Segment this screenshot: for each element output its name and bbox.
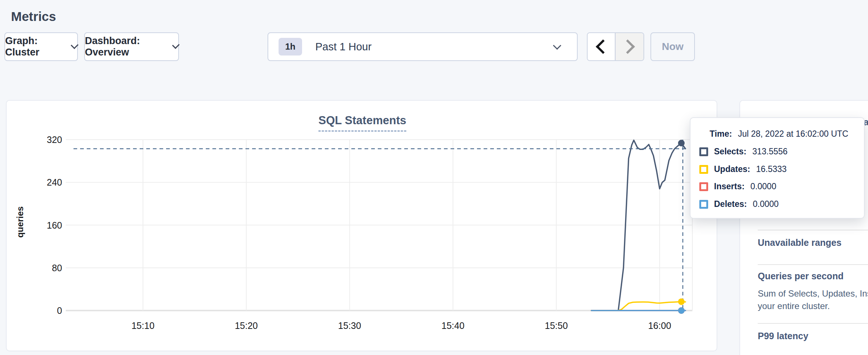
y-axis-label: queries bbox=[15, 206, 25, 237]
x-axis-tick-label: 15:30 bbox=[338, 320, 361, 331]
x-axis-tick-label: 15:40 bbox=[441, 320, 465, 331]
chevron-right-icon bbox=[620, 39, 635, 54]
sidebar-item-heading: Queries per second bbox=[758, 271, 868, 282]
graph-dropdown[interactable]: Graph: Cluster bbox=[4, 32, 78, 61]
tooltip-time-label: Time: bbox=[710, 129, 732, 139]
page-title: Metrics bbox=[11, 9, 56, 24]
next-interval-button[interactable] bbox=[616, 33, 643, 60]
sidebar-item-heading: P99 latency bbox=[758, 331, 868, 341]
selects-legend-swatch-icon bbox=[699, 147, 708, 156]
tooltip-series-row: Selects:313.5556 bbox=[699, 147, 788, 157]
chevron-down-icon bbox=[553, 42, 562, 50]
y-axis-tick-label: 0 bbox=[57, 305, 62, 316]
tooltip-time-row: Time: Jul 28, 2022 at 16:02:00 UTC bbox=[710, 129, 848, 139]
time-range-selector[interactable]: 1h Past 1 Hour bbox=[268, 32, 578, 61]
tooltip-series-label: Updates: bbox=[714, 164, 750, 174]
tooltip-series-row: Inserts:0.0000 bbox=[699, 182, 776, 191]
sql-statements-chart-card: SQL Statements 08016024032015:1015:2015:… bbox=[6, 100, 717, 351]
sidebar-divider bbox=[758, 230, 868, 230]
time-range-label: Past 1 Hour bbox=[315, 41, 372, 53]
hover-dot-deletes bbox=[678, 307, 685, 314]
dashboard-dropdown-label: Dashboard: Overview bbox=[85, 35, 165, 58]
time-step-control bbox=[587, 32, 644, 61]
x-axis-tick-label: 15:10 bbox=[132, 320, 155, 331]
tooltip-series-row: Deletes:0.0000 bbox=[699, 199, 779, 209]
tooltip-series-label: Selects: bbox=[714, 147, 746, 157]
sidebar-item-description: Sum of Selects, Updates, Inseryour entir… bbox=[758, 287, 868, 312]
y-axis-tick-label: 320 bbox=[47, 135, 62, 145]
tooltip-series-value: 16.5333 bbox=[756, 164, 786, 174]
x-axis-tick-label: 15:50 bbox=[545, 320, 568, 331]
sidebar-item-heading: Unavailable ranges bbox=[758, 237, 868, 248]
sidebar-divider bbox=[758, 323, 868, 324]
chevron-down-icon bbox=[71, 41, 78, 49]
y-axis-tick-label: 160 bbox=[47, 220, 62, 230]
time-range-badge: 1h bbox=[279, 38, 302, 55]
previous-interval-button[interactable] bbox=[588, 33, 616, 60]
series-line-updates bbox=[591, 302, 685, 311]
tooltip-series-row: Updates:16.5333 bbox=[699, 164, 787, 174]
y-axis-tick-label: 240 bbox=[47, 177, 62, 187]
tooltip-series-value: 0.0000 bbox=[753, 199, 778, 209]
chart-hover-tooltip: Time: Jul 28, 2022 at 16:02:00 UTC Selec… bbox=[690, 117, 865, 219]
tooltip-series-label: Deletes: bbox=[714, 199, 747, 209]
deletes-legend-swatch-icon bbox=[699, 200, 708, 209]
x-axis-tick-label: 16:00 bbox=[648, 320, 671, 331]
chevron-down-icon bbox=[172, 42, 180, 49]
graph-dropdown-label: Graph: Cluster bbox=[5, 35, 64, 58]
sidebar-divider bbox=[758, 264, 868, 265]
hover-dot-updates bbox=[678, 298, 685, 305]
tooltip-series-label: Inserts: bbox=[714, 182, 745, 191]
tooltip-time-value: Jul 28, 2022 at 16:02:00 UTC bbox=[738, 129, 848, 139]
y-axis-tick-label: 80 bbox=[52, 263, 62, 273]
updates-legend-swatch-icon bbox=[699, 165, 708, 174]
dashboard-dropdown[interactable]: Dashboard: Overview bbox=[84, 32, 179, 61]
tooltip-series-value: 313.5556 bbox=[752, 147, 788, 157]
inserts-legend-swatch-icon bbox=[699, 182, 708, 191]
x-axis-tick-label: 15:20 bbox=[235, 320, 258, 331]
hover-dot-selects bbox=[678, 140, 685, 146]
now-button[interactable]: Now bbox=[650, 32, 695, 61]
chevron-left-icon bbox=[596, 39, 610, 54]
tooltip-series-value: 0.0000 bbox=[750, 182, 776, 191]
sql-statements-plot[interactable]: 08016024032015:1015:2015:3015:4015:5016:… bbox=[7, 101, 717, 351]
